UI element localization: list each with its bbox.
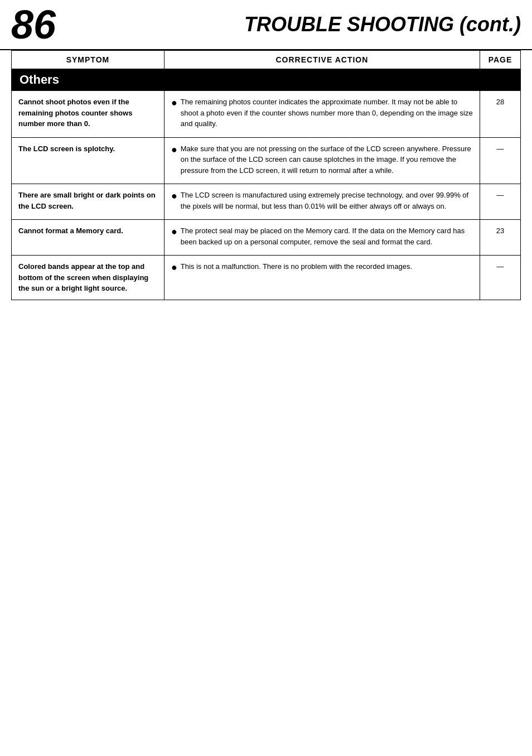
page-number: 86 bbox=[11, 4, 56, 45]
action-text-5: This is not a malfunction. There is no p… bbox=[181, 261, 473, 272]
action-cell-3: ● The LCD screen is manufactured using e… bbox=[164, 184, 480, 220]
page-ref-cell-1: 28 bbox=[480, 91, 520, 138]
table-row: Cannot format a Memory card. ● The prote… bbox=[12, 220, 521, 256]
action-cell-1: ● The remaining photos counter indicates… bbox=[164, 91, 480, 138]
table-header-row: SYMPTOM CORRECTIVE ACTION PAGE bbox=[12, 51, 521, 69]
table-row: The LCD screen is splotchy. ● Make sure … bbox=[12, 137, 521, 184]
symptom-cell-4: Cannot format a Memory card. bbox=[12, 220, 165, 256]
bullet-icon: ● bbox=[171, 190, 177, 203]
section-label: Others bbox=[12, 69, 521, 91]
troubleshoot-table: SYMPTOM CORRECTIVE ACTION PAGE Others Ca… bbox=[11, 50, 521, 300]
action-cell-5: ● This is not a malfunction. There is no… bbox=[164, 256, 480, 300]
bullet-item: ● The remaining photos counter indicates… bbox=[171, 97, 473, 129]
table-row: Colored bands appear at the top and bott… bbox=[12, 256, 521, 300]
page: 86 TROUBLE SHOOTING (cont.) SYMPTOM CORR… bbox=[0, 0, 532, 756]
symptom-cell-2: The LCD screen is splotchy. bbox=[12, 137, 165, 184]
bullet-icon: ● bbox=[171, 261, 177, 274]
bullet-icon: ● bbox=[171, 97, 177, 109]
symptom-cell-3: There are small bright or dark points on… bbox=[12, 184, 165, 220]
bullet-icon: ● bbox=[171, 143, 177, 156]
page-ref-cell-3: — bbox=[480, 184, 520, 220]
bullet-item: ● This is not a malfunction. There is no… bbox=[171, 261, 473, 274]
action-cell-2: ● Make sure that you are not pressing on… bbox=[164, 137, 480, 184]
symptom-cell-1: Cannot shoot photos even if the remainin… bbox=[12, 91, 165, 138]
col-symptom-header: SYMPTOM bbox=[12, 51, 165, 69]
page-title: TROUBLE SHOOTING (cont.) bbox=[244, 13, 521, 36]
action-text-2: Make sure that you are not pressing on t… bbox=[181, 143, 473, 176]
symptom-cell-5: Colored bands appear at the top and bott… bbox=[12, 256, 165, 300]
page-ref-cell-4: 23 bbox=[480, 220, 520, 256]
col-action-header: CORRECTIVE ACTION bbox=[164, 51, 480, 69]
bullet-item: ● The protect seal may be placed on the … bbox=[171, 225, 473, 247]
action-text-1: The remaining photos counter indicates t… bbox=[181, 97, 473, 129]
page-ref-cell-2: — bbox=[480, 137, 520, 184]
col-page-header: PAGE bbox=[480, 51, 520, 69]
table-row: There are small bright or dark points on… bbox=[12, 184, 521, 220]
bullet-item: ● Make sure that you are not pressing on… bbox=[171, 143, 473, 176]
section-header-others: Others bbox=[12, 69, 521, 91]
bullet-item: ● The LCD screen is manufactured using e… bbox=[171, 190, 473, 211]
action-text-4: The protect seal may be placed on the Me… bbox=[181, 225, 473, 247]
table-row: Cannot shoot photos even if the remainin… bbox=[12, 91, 521, 138]
action-text-3: The LCD screen is manufactured using ext… bbox=[181, 190, 473, 211]
page-ref-cell-5: — bbox=[480, 256, 520, 300]
bullet-icon: ● bbox=[171, 225, 177, 238]
page-header: 86 TROUBLE SHOOTING (cont.) bbox=[0, 0, 532, 50]
action-cell-4: ● The protect seal may be placed on the … bbox=[164, 220, 480, 256]
